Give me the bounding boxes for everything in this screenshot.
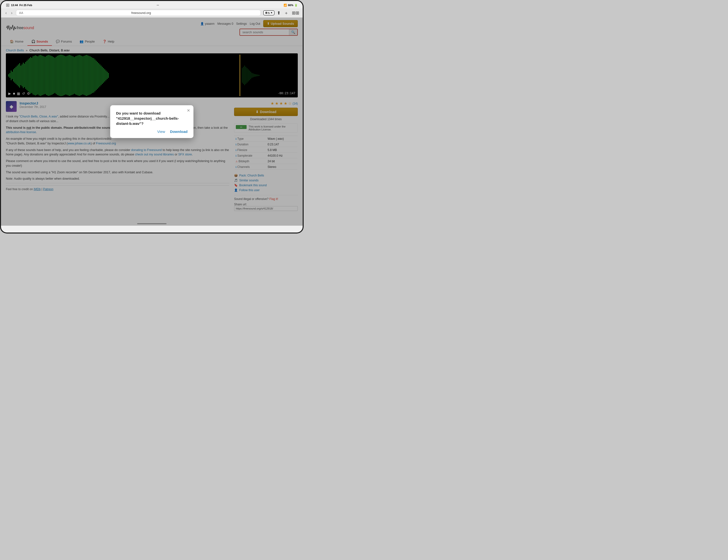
modal-download-button[interactable]: Download bbox=[170, 130, 188, 134]
ipad-frame: ⊞ 13:44 Fri 25 Feb ··· 📶 66% 🔋 ‹ › AA fr… bbox=[0, 0, 304, 234]
status-left: ⊞ 13:44 Fri 25 Feb bbox=[6, 2, 32, 8]
modal-close-button[interactable]: ✕ bbox=[187, 108, 190, 113]
tabs-grid-button[interactable]: ⊞⊞ bbox=[292, 10, 299, 16]
battery-level: 66% bbox=[288, 4, 293, 7]
modal-view-button[interactable]: View bbox=[157, 130, 165, 134]
modal-title: Do you want to download "412918__inspect… bbox=[116, 111, 188, 126]
tab-close-icon[interactable]: ✕ bbox=[270, 11, 273, 14]
modal-actions: View Download bbox=[116, 130, 188, 134]
status-date: Fri 25 Feb bbox=[19, 4, 32, 7]
modal-overlay: ✕ Do you want to download "412918__inspe… bbox=[1, 18, 303, 226]
back-button[interactable]: ‹ bbox=[4, 10, 8, 16]
tab-icon: ⊞ bbox=[265, 11, 267, 14]
status-right: 📶 66% 🔋 bbox=[284, 4, 298, 7]
url-bar[interactable]: AA freesound.org bbox=[16, 10, 261, 16]
tab-count-badge[interactable]: ⊞ 5 ✕ bbox=[263, 10, 274, 15]
battery-icon: 🔋 bbox=[294, 4, 298, 7]
ipad-inner: ⊞ 13:44 Fri 25 Feb ··· 📶 66% 🔋 ‹ › AA fr… bbox=[1, 1, 303, 233]
chrome-actions: ⬆ ＋ ⊞⊞ bbox=[277, 10, 299, 16]
tab-number: 5 bbox=[268, 12, 270, 14]
url-text: freesound.org bbox=[25, 11, 258, 15]
status-dots: ··· bbox=[157, 4, 159, 7]
sidebar-toggle-button[interactable]: ⊞ bbox=[6, 2, 10, 8]
download-modal: ✕ Do you want to download "412918__inspe… bbox=[110, 105, 193, 138]
status-bar: ⊞ 13:44 Fri 25 Feb ··· 📶 66% 🔋 bbox=[1, 1, 303, 8]
status-time: 13:44 bbox=[11, 4, 18, 7]
aa-label[interactable]: AA bbox=[19, 11, 23, 15]
forward-button[interactable]: › bbox=[10, 10, 13, 16]
browser-chrome: ‹ › AA freesound.org ⊞ 5 ✕ ⬆ ＋ ⊞⊞ bbox=[1, 8, 303, 18]
wifi-icon: 📶 bbox=[284, 4, 287, 7]
share-button[interactable]: ⬆ bbox=[277, 10, 281, 16]
website-content: freesound 👤 yaaann Messages 0 bbox=[1, 18, 303, 226]
new-tab-button[interactable]: ＋ bbox=[284, 10, 288, 16]
